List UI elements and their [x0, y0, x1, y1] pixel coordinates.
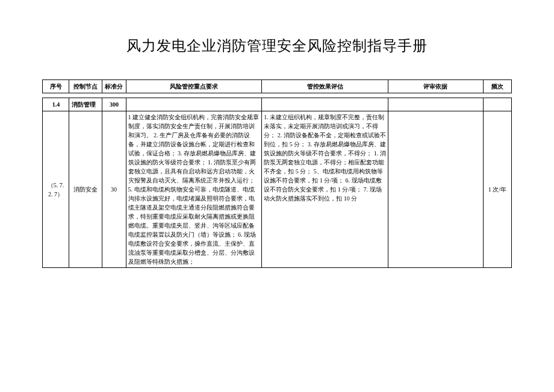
page-title: 风力发电企业消防管理安全风险控制指导手册: [42, 36, 512, 55]
section-req-empty: [126, 98, 262, 111]
section-eval-empty: [262, 98, 388, 111]
row-freq: 1 次/年: [483, 111, 511, 268]
header-node: 控制节点: [69, 80, 102, 93]
row-basis: [388, 111, 483, 268]
table-row: （5. 7. 2. 7） 消防安全 30 1 建立健全消防安全组织机构，完善消防…: [43, 111, 512, 268]
header-req: 风险管控重点要求: [126, 80, 262, 93]
document-page: 风力发电企业消防管理安全风险控制指导手册 序号 控制节点 标准分 风险管控重点要…: [0, 0, 554, 280]
section-basis-empty: [388, 98, 483, 111]
section-idx: 1.4: [43, 98, 69, 111]
table-header: 序号 控制节点 标准分 风险管控重点要求 管控效果评估 评审依据 频次: [43, 80, 512, 93]
risk-control-table: 序号 控制节点 标准分 风险管控重点要求 管控效果评估 评审依据 频次 1.4 …: [42, 79, 512, 268]
header-basis: 评审依据: [388, 80, 483, 93]
section-node: 消防管理: [69, 98, 102, 111]
gap-row: [43, 93, 512, 98]
row-eval: 1. 未建立组织机构，规章制度不完整，责任制未落实，未定期开展消防培训或演习，不…: [262, 111, 388, 268]
section-score: 300: [102, 98, 126, 111]
row-node: 消防安全: [69, 111, 102, 268]
header-freq: 频次: [483, 80, 511, 93]
header-idx: 序号: [43, 80, 69, 93]
section-freq-empty: [483, 98, 511, 111]
row-req: 1 建立健全消防安全组织机构，完善消防安全规章制度，落实消防安全生产责任制，开展…: [126, 111, 262, 268]
header-eval: 管控效果评估: [262, 80, 388, 93]
row-score: 30: [102, 111, 126, 268]
section-row: 1.4 消防管理 300: [43, 98, 512, 111]
row-idx: （5. 7. 2. 7）: [43, 111, 69, 268]
header-score: 标准分: [102, 80, 126, 93]
